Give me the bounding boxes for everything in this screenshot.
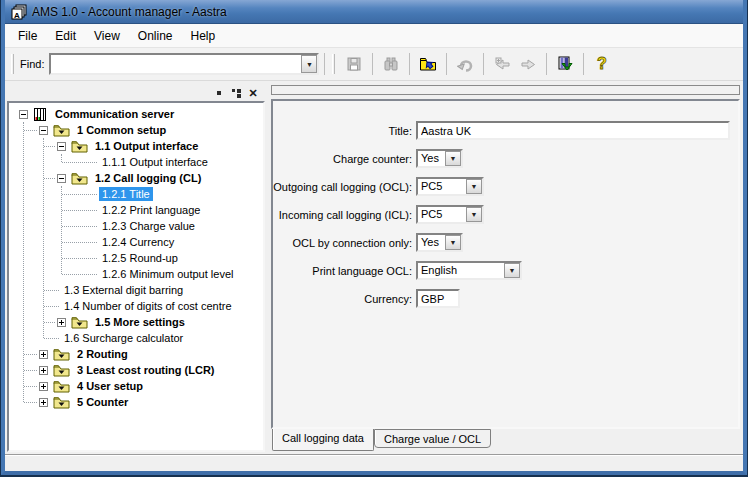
title-input[interactable]	[416, 121, 730, 140]
outgoing-call-logging-label: Outgoing call logging (OCL):	[273, 181, 416, 193]
svg-text:A: A	[14, 11, 20, 20]
tree-item-1-2-2-print-language[interactable]: 1.2.2 Print language	[9, 202, 263, 218]
minimize-panel-icon[interactable]	[214, 88, 224, 98]
save-button[interactable]	[341, 52, 367, 76]
collapse-icon[interactable]	[19, 110, 28, 119]
chevron-down-icon[interactable]: ▼	[445, 235, 461, 250]
detail-panel-header	[271, 85, 740, 95]
incoming-call-logging-select[interactable]: PC5 ▼	[416, 205, 484, 224]
tree-item-1-2-5-round-up[interactable]: 1.2.5 Round-up	[9, 250, 263, 266]
tree-item-1-3-external-digit-barring[interactable]: 1.3 External digit barring	[9, 282, 263, 298]
tree-item-4-user-setup[interactable]: 4 User setup	[9, 378, 263, 394]
toolbar: Find: ▼	[5, 48, 743, 81]
folder-icon	[53, 364, 70, 377]
chevron-down-icon[interactable]: ▼	[466, 179, 482, 194]
toolbar-grip[interactable]	[11, 54, 14, 74]
tree-item-1-common-setup[interactable]: 1 Common setup	[9, 122, 263, 138]
float-panel-icon[interactable]	[231, 88, 241, 98]
svg-text:?: ?	[598, 56, 608, 72]
tree-item-5-counter[interactable]: 5 Counter	[9, 394, 263, 410]
app-icon: A	[11, 4, 27, 20]
menu-view[interactable]: View	[85, 26, 129, 46]
menu-bar: File Edit View Online Help	[5, 24, 743, 48]
print-language-ocl-label: Print language OCL:	[273, 265, 416, 277]
insert-before-button[interactable]	[489, 52, 515, 76]
tree-item-communication-server[interactable]: Communication server	[9, 106, 263, 122]
open-parent-folder-icon	[419, 56, 437, 72]
undo-button[interactable]	[452, 52, 478, 76]
menu-help[interactable]: Help	[182, 26, 225, 46]
collapse-icon[interactable]	[57, 174, 66, 183]
chevron-down-icon[interactable]: ▼	[466, 207, 482, 222]
call-logging-form: Title: Charge counter: Yes ▼ Outgoing ca…	[273, 101, 738, 308]
expand-icon[interactable]	[57, 318, 66, 327]
expand-icon[interactable]	[39, 366, 48, 375]
currency-label: Currency:	[273, 293, 416, 305]
title-bar: A AMS 1.0 - Account manager - Aastra	[5, 0, 743, 24]
outgoing-call-logging-select[interactable]: PC5 ▼	[416, 177, 484, 196]
form-row: Currency:	[273, 289, 738, 308]
expand-icon[interactable]	[39, 382, 48, 391]
main-area: ✕ Communication server	[5, 81, 743, 454]
find-label: Find:	[20, 58, 44, 70]
bottom-tabs: Call logging data Charge value / OCL	[271, 429, 741, 452]
folder-icon	[71, 140, 88, 153]
menu-file[interactable]: File	[9, 26, 46, 46]
folder-icon	[71, 316, 88, 329]
menu-online[interactable]: Online	[129, 26, 182, 46]
toolbar-separator	[546, 53, 547, 75]
chevron-down-icon[interactable]: ▼	[445, 151, 461, 166]
tree-item-1-2-1-title[interactable]: 1.2.1 Title	[9, 186, 263, 202]
undo-icon	[457, 56, 473, 72]
collapse-icon[interactable]	[39, 126, 48, 135]
toolbar-separator	[446, 53, 447, 75]
form-row: OCL by connection only: Yes ▼	[273, 233, 738, 252]
tree-item-1-2-6-minimum-output-level[interactable]: 1.2.6 Minimum output level	[9, 266, 263, 282]
charge-counter-select[interactable]: Yes ▼	[416, 149, 463, 168]
folder-icon	[53, 348, 70, 361]
folder-icon	[71, 172, 88, 185]
find-input[interactable]	[51, 55, 301, 73]
find-binoculars-icon	[383, 56, 399, 72]
find-dropdown-button[interactable]: ▼	[301, 55, 317, 73]
close-panel-icon[interactable]: ✕	[248, 88, 258, 98]
insert-after-icon	[520, 56, 537, 72]
tree-item-1-2-call-logging[interactable]: 1.2 Call logging (CL)	[9, 170, 263, 186]
folder-icon	[53, 380, 70, 393]
find-next-button[interactable]	[378, 52, 404, 76]
toolbar-grip	[332, 54, 335, 74]
menu-edit[interactable]: Edit	[46, 26, 85, 46]
tab-call-logging-data[interactable]: Call logging data	[272, 429, 374, 451]
tree-item-1-1-output-interface[interactable]: 1.1 Output interface	[9, 138, 263, 154]
tree-item-1-5-more-settings[interactable]: 1.5 More settings	[9, 314, 263, 330]
tab-charge-value-ocl[interactable]: Charge value / OCL	[374, 429, 491, 448]
tree-item-2-routing[interactable]: 2 Routing	[9, 346, 263, 362]
tree-item-1-2-4-currency[interactable]: 1.2.4 Currency	[9, 234, 263, 250]
open-parent-folder-button[interactable]	[415, 52, 441, 76]
ocl-by-connection-only-select[interactable]: Yes ▼	[416, 233, 463, 252]
toolbar-separator	[483, 53, 484, 75]
tree-item-3-least-cost-routing[interactable]: 3 Least cost routing (LCR)	[9, 362, 263, 378]
collapse-icon[interactable]	[57, 142, 66, 151]
chevron-down-icon[interactable]: ▼	[504, 263, 520, 278]
tree-item-1-6-surcharge-calculator[interactable]: 1.6 Surcharge calculator	[9, 330, 263, 346]
print-language-ocl-select[interactable]: English ▼	[416, 261, 522, 280]
form-row: Print language OCL: English ▼	[273, 261, 738, 280]
expand-icon[interactable]	[39, 398, 48, 407]
call-logging-data-page: Title: Charge counter: Yes ▼ Outgoing ca…	[271, 99, 740, 429]
save-icon	[346, 56, 362, 72]
tree-item-1-1-1-output-interface[interactable]: 1.1.1 Output interface	[9, 154, 263, 170]
insert-after-button[interactable]	[515, 52, 541, 76]
help-button[interactable]: ?	[589, 52, 615, 76]
find-combobox[interactable]: ▼	[49, 53, 319, 75]
tree-item-1-4-number-of-digits[interactable]: 1.4 Number of digits of cost centre	[9, 298, 263, 314]
tree-item-1-2-3-charge-value[interactable]: 1.2.3 Charge value	[9, 218, 263, 234]
application-window: A AMS 1.0 - Account manager - Aastra Fil…	[0, 0, 748, 477]
help-icon: ?	[595, 56, 609, 73]
charge-counter-label: Charge counter:	[273, 153, 416, 165]
navigation-panel: ✕ Communication server	[7, 85, 265, 452]
export-button[interactable]	[552, 52, 578, 76]
currency-input[interactable]	[416, 289, 460, 308]
server-icon	[33, 107, 48, 122]
expand-icon[interactable]	[39, 350, 48, 359]
